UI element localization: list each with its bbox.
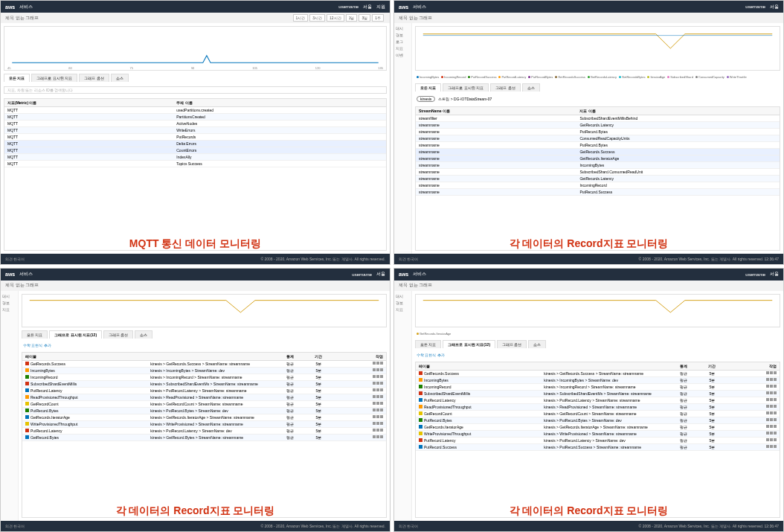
delete-icon[interactable] <box>774 378 777 381</box>
tab-source[interactable]: 소스 <box>135 330 152 339</box>
bell-icon[interactable] <box>766 438 769 441</box>
cell-period[interactable]: 5분 <box>698 371 726 376</box>
feedback-link[interactable]: 의견 한국어 <box>399 524 418 528</box>
table-row[interactable]: GetRecord.Byteskinesis > GetRecord.Bytes… <box>22 435 386 441</box>
tab-all-metrics[interactable]: 모든 지표 <box>415 340 441 348</box>
cell-stat[interactable]: 평균 <box>669 411 698 416</box>
delete-icon[interactable] <box>774 391 777 394</box>
cell-stat[interactable]: 평균 <box>669 418 698 423</box>
delete-icon[interactable] <box>774 438 777 441</box>
bell-icon[interactable] <box>373 368 376 371</box>
cell-period[interactable]: 5분 <box>698 418 726 423</box>
time-range-btn[interactable]: 12시간 <box>327 14 344 22</box>
legend-item[interactable]: ConsumedCapacity <box>695 75 724 79</box>
bell-icon[interactable] <box>766 371 769 374</box>
table-row[interactable]: streamnamePutRecord.Bytes <box>416 142 780 149</box>
copy-icon[interactable] <box>770 438 773 441</box>
cell-stat[interactable]: 평균 <box>669 398 698 403</box>
table-row[interactable]: streamnamePutRecord.Success <box>416 189 780 196</box>
tab-all-metrics[interactable]: 모든 지표 <box>415 83 441 92</box>
table-row[interactable]: streamnameGetRecords.Success <box>416 149 780 156</box>
region-menu[interactable]: 서울 <box>363 4 372 10</box>
tab-graphed[interactable]: 그래프로 표시된 지표(12) <box>443 340 495 348</box>
cell-period[interactable]: 5분 <box>304 415 332 420</box>
copy-icon[interactable] <box>770 432 773 435</box>
delete-icon[interactable] <box>380 395 383 398</box>
copy-icon[interactable] <box>770 371 773 374</box>
copy-icon[interactable] <box>770 445 773 448</box>
cell-period[interactable]: 5분 <box>304 422 332 426</box>
table-row[interactable]: PutRecord.Latencykinesis > PutRecord.Lat… <box>416 438 780 444</box>
tab-source[interactable]: 소스 <box>522 83 540 92</box>
bell-icon[interactable] <box>373 435 376 438</box>
bell-icon[interactable] <box>373 408 376 411</box>
table-row[interactable]: PutRecord.Latencykinesis > PutRecord.Lat… <box>416 397 780 404</box>
tab-options[interactable]: 그래프 옵션 <box>490 83 520 92</box>
tab-all-metrics[interactable]: 모든 지표 <box>4 74 30 82</box>
delete-icon[interactable] <box>380 435 383 438</box>
legend-item[interactable]: GetRecordsBytes <box>619 75 645 79</box>
services-menu[interactable]: 서비스 <box>413 271 426 278</box>
sidebar-item[interactable]: 경보 <box>396 301 410 305</box>
tab-graphed[interactable]: 그래프로 표시된 지표 <box>31 74 77 82</box>
copy-icon[interactable] <box>770 391 773 394</box>
table-row[interactable]: MQTTActiveNodes <box>4 121 386 127</box>
delete-icon[interactable] <box>774 432 777 435</box>
sidebar-item[interactable]: 지표 <box>396 46 410 51</box>
table-row[interactable]: streamnameGetRecords.IteratorAge <box>416 156 780 162</box>
bell-icon[interactable] <box>373 395 376 398</box>
bell-icon[interactable] <box>766 418 769 421</box>
copy-icon[interactable] <box>376 362 379 365</box>
copy-icon[interactable] <box>770 385 773 388</box>
table-row[interactable]: WriteProvisionedThroughputkinesis > Writ… <box>416 431 780 438</box>
search-input[interactable]: 지표, 차원 또는 리소스 ID를 검색합니다 <box>4 86 387 94</box>
table-row[interactable]: streamnameIncomingRecord <box>416 182 780 189</box>
delete-icon[interactable] <box>774 385 777 388</box>
copy-icon[interactable] <box>770 398 773 401</box>
metric-chart[interactable] <box>415 294 780 327</box>
table-row[interactable]: GetRecords.IteratorAgekinesis > GetRecor… <box>416 424 780 431</box>
table-row[interactable]: GetRecordCountkinesis > GetRecordCount >… <box>22 401 386 408</box>
tab-options[interactable]: 그래프 옵션 <box>79 74 109 82</box>
cell-stat[interactable]: 평균 <box>276 382 304 386</box>
bell-icon[interactable] <box>373 422 376 425</box>
sidebar-item[interactable]: 지표 <box>396 307 410 312</box>
delete-icon[interactable] <box>380 402 383 405</box>
services-menu[interactable]: 서비스 <box>413 4 426 10</box>
region-menu[interactable]: 서울 <box>770 271 779 278</box>
sidebar-item[interactable]: 경보 <box>2 301 16 305</box>
user-menu[interactable]: username <box>745 4 765 9</box>
col-stat[interactable]: 통계 <box>276 354 304 359</box>
services-menu[interactable]: 서비스 <box>19 271 33 278</box>
sidebar-item[interactable]: 대시 <box>2 294 16 298</box>
table-row[interactable]: streamnameGetRecords.Latency <box>416 122 780 129</box>
col-metric-name[interactable]: 지표(Metric) 이름 <box>7 100 176 105</box>
legend-item[interactable]: WriteThrottle <box>727 75 747 79</box>
table-row[interactable]: PutRecord.Byteskinesis > PutRecord.Bytes… <box>22 408 386 414</box>
delete-icon[interactable] <box>774 405 777 408</box>
copy-icon[interactable] <box>376 395 379 398</box>
cell-period[interactable]: 5분 <box>698 445 726 449</box>
bell-icon[interactable] <box>373 382 376 385</box>
table-row[interactable]: GetRecordCountkinesis > GetRecordCount >… <box>416 411 780 417</box>
copy-icon[interactable] <box>376 408 379 411</box>
table-row[interactable]: streamnameGetRecords.Latency <box>416 176 780 182</box>
cell-period[interactable]: 5분 <box>304 429 332 433</box>
bell-icon[interactable] <box>766 405 769 408</box>
feedback-link[interactable]: 의견 한국어 <box>5 257 25 261</box>
table-row[interactable]: streamnameConsumedReadCapacityUnits <box>416 135 780 142</box>
feedback-link[interactable]: 의견 한국어 <box>5 524 25 528</box>
bell-icon[interactable] <box>373 375 376 378</box>
col-topic-name[interactable]: 주제 이름 <box>176 100 383 105</box>
delete-icon[interactable] <box>774 371 777 374</box>
bell-icon[interactable] <box>766 378 769 381</box>
tab-all-metrics[interactable]: 모든 지표 <box>22 330 48 339</box>
col-metric-name[interactable]: 지표 이름 <box>579 109 777 113</box>
bell-icon[interactable] <box>766 425 769 428</box>
col-stat[interactable]: 통계 <box>669 364 698 368</box>
cell-stat[interactable]: 평균 <box>669 425 698 429</box>
table-row[interactable]: MQTTIndexAlly <box>4 154 386 161</box>
tab-source[interactable]: 소스 <box>528 340 546 348</box>
cell-stat[interactable]: 평균 <box>276 368 304 373</box>
bell-icon[interactable] <box>766 411 769 414</box>
